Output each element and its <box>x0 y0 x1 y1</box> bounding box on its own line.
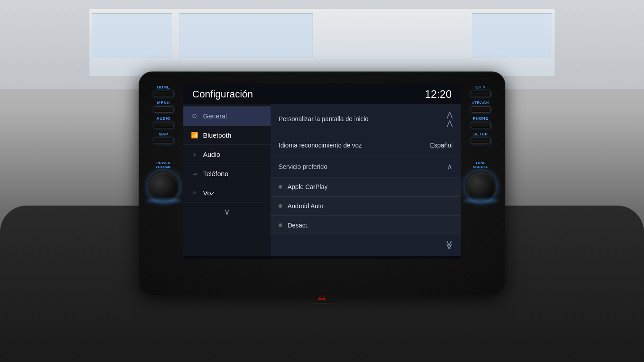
power-volume-label: POWERVOLUME <box>155 161 171 169</box>
menu-item-voz-label: Voz <box>203 189 214 197</box>
double-chevron-down-icon: ≫ <box>444 240 455 250</box>
carplay-label: Apple CarPlay <box>288 183 328 190</box>
idioma-text: Idioma reconocimiento de voz <box>279 142 362 149</box>
servicio-header[interactable]: Servicio preferido ∧ <box>271 156 461 177</box>
track-button[interactable]: <TRACK <box>471 101 491 113</box>
menu-item-voz[interactable]: ☆ Voz <box>183 183 271 202</box>
menu-panel: ⊙ General 📶 Bluetooth ♪ Audio ▭ Teléfono… <box>183 104 271 256</box>
home-button-bar <box>154 91 174 97</box>
audio-button[interactable]: AUDIO <box>154 116 174 128</box>
setup-button[interactable]: SETUP <box>471 132 491 144</box>
window-pane-right <box>472 13 552 58</box>
telefono-icon: ▭ <box>191 169 199 177</box>
voz-icon: ☆ <box>191 189 199 197</box>
track-button-bar <box>471 106 491 113</box>
personalizar-chevron-icon: ⋀⋀ <box>447 110 453 127</box>
audio-icon: ♪ <box>191 150 199 158</box>
unit-housing: HOME MENU AUDIO MAP POWERVOLUME CH > <TR… <box>139 72 505 295</box>
idioma-row[interactable]: Idioma reconocimiento de voz Español <box>271 134 461 156</box>
phone-button-bar <box>471 122 491 128</box>
menu-item-general-label: General <box>203 112 227 120</box>
screen-time: 12:20 <box>425 88 452 101</box>
phone-button[interactable]: PHONE <box>471 116 491 128</box>
power-volume-knob[interactable] <box>148 171 179 202</box>
menu-button[interactable]: MENU <box>154 101 174 113</box>
scroll-down-button[interactable]: ≫ <box>271 235 461 255</box>
map-button[interactable]: MAP <box>154 132 174 144</box>
setup-button-bar <box>471 138 491 144</box>
map-button-bar <box>154 138 174 144</box>
menu-item-bluetooth[interactable]: 📶 Bluetooth <box>183 126 271 145</box>
menu-more-button[interactable]: ∨ <box>183 202 271 221</box>
carplay-option[interactable]: Apple CarPlay <box>271 177 461 197</box>
left-controls: HOME MENU AUDIO MAP POWERVOLUME <box>147 85 180 202</box>
menu-item-audio-label: Audio <box>203 151 220 158</box>
menu-item-audio[interactable]: ♪ Audio <box>183 145 271 164</box>
screen-title: Configuración <box>192 88 253 100</box>
bluetooth-icon: 📶 <box>191 131 199 139</box>
tune-scroll-container: TUNESCROLL <box>465 161 496 202</box>
menu-button-bar <box>154 106 174 113</box>
window-pane-left <box>92 13 172 58</box>
window-pane-center <box>179 13 313 58</box>
general-icon: ⊙ <box>191 112 199 120</box>
home-button[interactable]: HOME <box>154 85 174 97</box>
tune-scroll-label: TUNESCROLL <box>473 161 488 169</box>
menu-item-telefono-label: Teléfono <box>203 170 229 177</box>
servicio-chevron-icon: ∧ <box>447 162 453 172</box>
desact-dot <box>279 223 282 227</box>
personalizar-row[interactable]: Personalizar la pantalla de inicio ⋀⋀ <box>271 104 461 134</box>
tune-scroll-knob[interactable] <box>465 171 496 202</box>
screen-content: ⊙ General 📶 Bluetooth ♪ Audio ▭ Teléfono… <box>183 104 461 256</box>
menu-item-general[interactable]: ⊙ General <box>183 106 271 126</box>
personalizar-text: Personalizar la pantalla de inicio <box>279 115 369 122</box>
idioma-value: Español <box>430 142 453 149</box>
servicio-label: Servicio preferido <box>279 163 327 170</box>
chevron-down-icon: ∨ <box>224 207 230 217</box>
menu-item-bluetooth-label: Bluetooth <box>203 131 231 139</box>
content-panel: Personalizar la pantalla de inicio ⋀⋀ Id… <box>271 104 461 256</box>
right-controls: CH > <TRACK PHONE SETUP TUNESCROLL <box>464 85 497 202</box>
android-option[interactable]: Android Auto <box>271 197 461 216</box>
ch-button-bar <box>471 91 491 97</box>
android-label: Android Auto <box>288 202 323 210</box>
desact-option[interactable]: Desact. <box>271 216 461 235</box>
android-dot <box>279 204 282 208</box>
screen: Configuración 12:20 ⊙ General 📶 Bluetoot… <box>183 83 461 259</box>
menu-item-telefono[interactable]: ▭ Teléfono <box>183 164 271 183</box>
carplay-dot <box>279 185 282 189</box>
window-area <box>89 9 555 76</box>
ch-button[interactable]: CH > <box>471 85 491 97</box>
power-volume-container: POWERVOLUME <box>148 161 179 202</box>
audio-button-bar <box>154 122 174 128</box>
desact-label: Desact. <box>288 222 309 229</box>
screen-header: Configuración 12:20 <box>183 83 461 104</box>
